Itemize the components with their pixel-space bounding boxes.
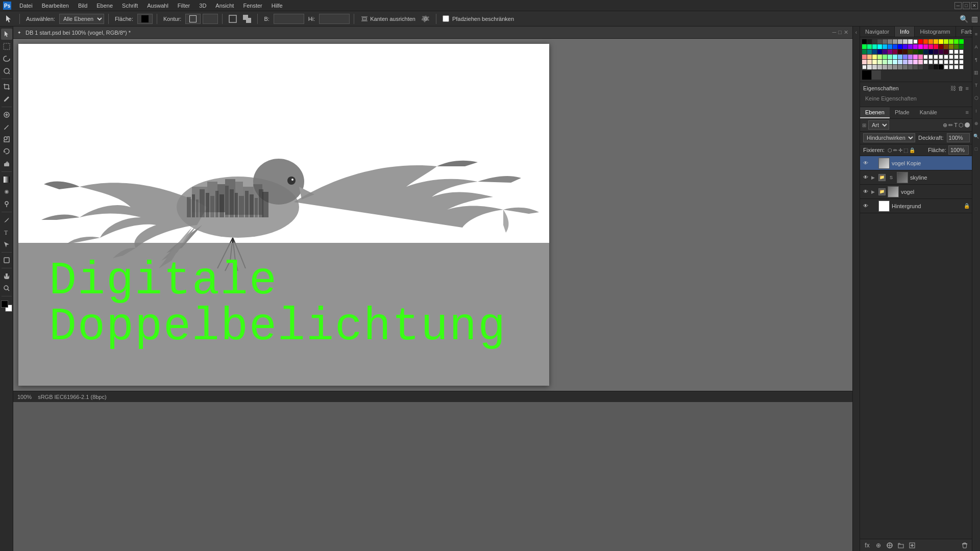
- shape-tool[interactable]: [1, 255, 12, 266]
- properties-link-icon[interactable]: ⛓: [950, 85, 956, 91]
- swatch[interactable]: [939, 44, 943, 49]
- properties-menu-icon[interactable]: ≡: [966, 85, 969, 91]
- layer-expand-btn[interactable]: ▶: [871, 189, 876, 194]
- gear-icon[interactable]: [420, 15, 432, 23]
- fg-bg-colors[interactable]: [1, 300, 12, 312]
- flache-swatch[interactable]: [137, 14, 153, 24]
- frs-btn-4[interactable]: ▥: [973, 67, 980, 78]
- swatch[interactable]: [959, 55, 964, 59]
- menu-filter[interactable]: Filter: [174, 2, 194, 10]
- filter-btn-2[interactable]: ✏: [948, 122, 953, 129]
- swatch[interactable]: [954, 39, 959, 44]
- swatch[interactable]: [954, 49, 959, 54]
- swatch-dark[interactable]: [872, 70, 881, 80]
- filter-btn-1[interactable]: ⊕: [943, 122, 947, 129]
- swatch[interactable]: [898, 55, 902, 59]
- tab-ebenen[interactable]: Ebenen: [860, 107, 890, 118]
- swatch[interactable]: [883, 60, 887, 64]
- swatch[interactable]: [862, 60, 867, 64]
- eyedropper-tool[interactable]: [1, 93, 12, 105]
- layer-visibility-btn[interactable]: 👁: [862, 188, 869, 195]
- swatch-black[interactable]: [862, 70, 871, 80]
- filter-btn-5[interactable]: [965, 122, 970, 128]
- swatch[interactable]: [944, 39, 948, 44]
- swatch[interactable]: [888, 39, 892, 44]
- swatch[interactable]: [954, 55, 959, 59]
- canvas-close[interactable]: ✕: [844, 29, 848, 36]
- swatch[interactable]: [939, 55, 943, 59]
- swatch[interactable]: [934, 49, 938, 54]
- path-restrict-check[interactable]: [443, 15, 449, 22]
- swatch[interactable]: [883, 39, 887, 44]
- h-input[interactable]: [319, 14, 350, 24]
- menu-schrift[interactable]: Schrift: [118, 2, 142, 10]
- swatch[interactable]: [949, 60, 953, 64]
- canvas-minimize[interactable]: ─: [832, 29, 837, 36]
- menu-ebene[interactable]: Ebene: [92, 2, 117, 10]
- layer-visibility-btn[interactable]: 👁: [862, 174, 869, 181]
- menu-ansicht[interactable]: Ansicht: [211, 2, 238, 10]
- tool-icon[interactable]: [2, 14, 15, 23]
- frs-btn-5[interactable]: T: [973, 80, 980, 91]
- swatch[interactable]: [877, 44, 882, 49]
- lock-transparent-icon[interactable]: ⬡: [888, 147, 892, 153]
- swatch[interactable]: [913, 65, 918, 69]
- brush-tool[interactable]: [1, 121, 12, 133]
- swatch[interactable]: [872, 60, 877, 64]
- swatch[interactable]: [862, 49, 867, 54]
- menu-hilfe[interactable]: Hilfe: [267, 2, 287, 10]
- frs-btn-9[interactable]: 🔍: [973, 131, 980, 142]
- path-select-tool[interactable]: [1, 239, 12, 250]
- swatch[interactable]: [867, 55, 872, 59]
- swatch[interactable]: [949, 49, 953, 54]
- shape-rect[interactable]: [227, 15, 239, 23]
- swatch[interactable]: [888, 49, 892, 54]
- swatch[interactable]: [944, 65, 948, 69]
- lock-pixels-icon[interactable]: ✏: [893, 147, 897, 153]
- lock-position-icon[interactable]: ✛: [898, 147, 902, 153]
- swatch[interactable]: [934, 39, 938, 44]
- frs-btn-1[interactable]: ≡: [973, 29, 980, 40]
- swatch[interactable]: [888, 65, 892, 69]
- eraser-tool[interactable]: [1, 158, 12, 169]
- blur-tool[interactable]: [1, 186, 12, 197]
- tab-histogramm[interactable]: Histogramm: [915, 27, 955, 37]
- marquee-tool[interactable]: [1, 41, 12, 52]
- swatch[interactable]: [949, 44, 953, 49]
- tab-pfade[interactable]: Pfade: [890, 107, 915, 118]
- frs-btn-10[interactable]: □: [973, 143, 980, 155]
- swatch[interactable]: [883, 49, 887, 54]
- pen-tool[interactable]: [1, 214, 12, 226]
- swatch[interactable]: [949, 39, 953, 44]
- swatch[interactable]: [888, 44, 892, 49]
- swatch[interactable]: [928, 39, 933, 44]
- swatch[interactable]: [903, 55, 908, 59]
- swatch[interactable]: [959, 49, 964, 54]
- swatch[interactable]: [867, 44, 872, 49]
- frs-btn-2[interactable]: A: [973, 41, 980, 53]
- swatch[interactable]: [918, 39, 923, 44]
- zoom-tool[interactable]: [1, 283, 12, 294]
- swatch[interactable]: [954, 65, 959, 69]
- swatch[interactable]: [934, 55, 938, 59]
- swatch[interactable]: [903, 65, 908, 69]
- swatch[interactable]: [872, 44, 877, 49]
- swatch[interactable]: [918, 65, 923, 69]
- swatch[interactable]: [949, 65, 953, 69]
- swatch[interactable]: [883, 65, 887, 69]
- swatch[interactable]: [959, 39, 964, 44]
- dodge-tool[interactable]: [1, 198, 12, 210]
- add-style-btn[interactable]: fx: [863, 541, 871, 549]
- healing-tool[interactable]: [1, 109, 12, 120]
- auswahlen-select[interactable]: Alle Ebenen: [59, 14, 104, 24]
- swatch[interactable]: [872, 39, 877, 44]
- swatch[interactable]: [939, 65, 943, 69]
- swatch[interactable]: [867, 39, 872, 44]
- swatch[interactable]: [908, 55, 913, 59]
- layer-expand-btn[interactable]: ▶: [871, 175, 876, 180]
- swatch[interactable]: [918, 44, 923, 49]
- b-input[interactable]: [274, 14, 304, 24]
- kontur-width[interactable]: [203, 14, 218, 24]
- layer-item-hintergrund[interactable]: 👁 Hintergrund 🔒: [860, 199, 972, 213]
- swatch[interactable]: [913, 60, 918, 64]
